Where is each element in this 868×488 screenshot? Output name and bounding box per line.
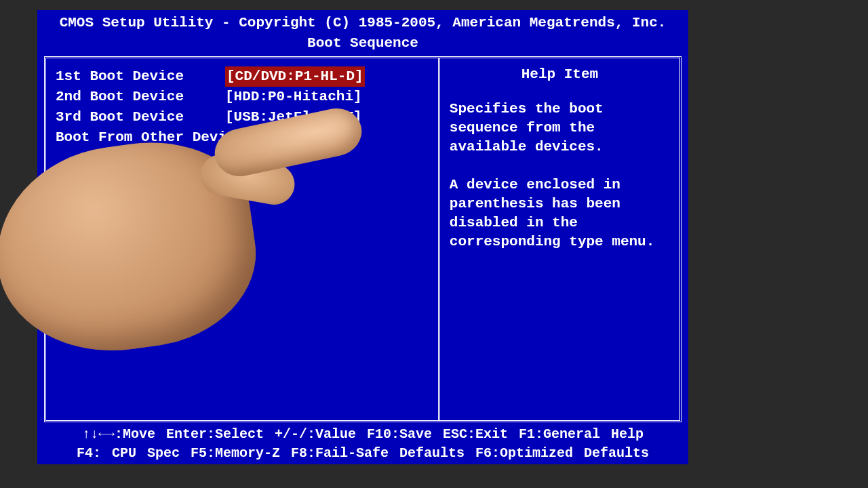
bios-subtitle: Boot Sequence [37, 33, 688, 54]
boot-device-1[interactable]: 1st Boot Device [CD/DVD:P1-HL-D] [56, 66, 429, 87]
setting-value[interactable]: [Yes] [252, 127, 295, 148]
settings-pane: 1st Boot Device [CD/DVD:P1-HL-D] 2nd Boo… [46, 58, 438, 420]
setting-label: 1st Boot Device [56, 66, 225, 87]
setting-label: Boot From Other Device [56, 127, 252, 148]
boot-device-3[interactable]: 3rd Boot Device [USB:JetFlash T] [56, 107, 429, 127]
key-legend: ↑↓←→:Move Enter:Select +/-/:Value F10:Sa… [37, 424, 688, 467]
boot-device-2[interactable]: 2nd Boot Device [HDD:P0-Hitachi] [56, 87, 429, 107]
help-title: Help Item [450, 66, 670, 82]
help-body: Specifies the boot sequence from the ava… [450, 100, 670, 251]
setting-label: 3rd Boot Device [56, 107, 225, 127]
legend-line-1: ↑↓←→:Move Enter:Select +/-/:Value F10:Sa… [37, 425, 688, 444]
bios-title: CMOS Setup Utility - Copyright (C) 1985-… [37, 13, 688, 33]
boot-other-device[interactable]: Boot From Other Device [Yes] [56, 127, 429, 148]
setting-label: 2nd Boot Device [56, 87, 225, 107]
bios-screen: CMOS Setup Utility - Copyright (C) 1985-… [37, 10, 688, 464]
main-panel: 1st Boot Device [CD/DVD:P1-HL-D] 2nd Boo… [44, 56, 682, 422]
setting-value[interactable]: [USB:JetFlash T] [225, 107, 362, 127]
legend-line-2: F4: CPU Spec F5:Memory-Z F8:Fail-Safe De… [37, 444, 688, 463]
setting-value-selected[interactable]: [CD/DVD:P1-HL-D] [225, 66, 365, 87]
setting-value[interactable]: [HDD:P0-Hitachi] [225, 87, 362, 107]
help-pane: Help Item Specifies the boot sequence fr… [438, 58, 679, 420]
